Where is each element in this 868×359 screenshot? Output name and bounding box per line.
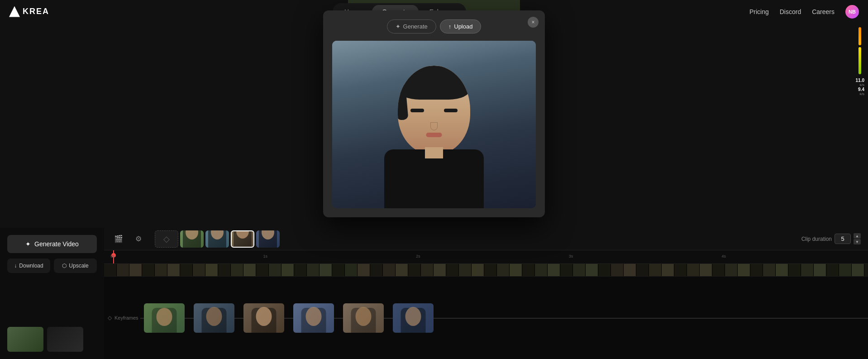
modal-tab-generate[interactable]: ✦ Generate bbox=[387, 19, 436, 34]
settings-icon: ⚙ bbox=[135, 235, 142, 243]
film-frame bbox=[548, 264, 560, 277]
thumbnail-preview-1[interactable] bbox=[7, 327, 43, 352]
film-frame bbox=[117, 264, 129, 277]
keyframe-strip: ◇ bbox=[151, 230, 796, 248]
film-frame bbox=[129, 264, 142, 277]
film-frame bbox=[193, 264, 205, 277]
thumbnail-previews bbox=[7, 327, 97, 352]
keyframe-2[interactable] bbox=[205, 230, 229, 248]
film-frame bbox=[472, 264, 484, 277]
keyframe-big-4[interactable] bbox=[293, 303, 334, 333]
clip-duration-label: Clip duration bbox=[801, 236, 832, 242]
film-frame bbox=[560, 264, 573, 277]
film-frame bbox=[446, 264, 459, 277]
keyframe-icon: ◇ bbox=[108, 315, 112, 321]
film-frame bbox=[725, 264, 738, 277]
generate-video-button[interactable]: ✦ Generate Video bbox=[7, 235, 97, 253]
film-frame bbox=[738, 264, 750, 277]
film-frame bbox=[155, 264, 167, 277]
download-icon: ↓ bbox=[14, 263, 17, 269]
upload-tab-icon: ↑ bbox=[448, 23, 452, 30]
time-mark-4: 4s bbox=[721, 254, 726, 258]
film-frame bbox=[281, 264, 294, 277]
timeline-scrubber[interactable]: 0s 1s 2s 3s 4s bbox=[104, 250, 868, 264]
film-frame bbox=[712, 264, 725, 277]
timeline-area: 🎬 ⚙ ◇ bbox=[104, 228, 868, 359]
clip-duration-stepper: ▲ ▼ bbox=[854, 233, 861, 244]
film-frame bbox=[370, 264, 383, 277]
film-frame bbox=[269, 264, 281, 277]
film-frame bbox=[332, 264, 345, 277]
film-frame bbox=[586, 264, 598, 277]
film-frame bbox=[218, 264, 231, 277]
keyframe-1[interactable] bbox=[180, 230, 204, 248]
film-frame bbox=[687, 264, 700, 277]
modal-close-button[interactable]: × bbox=[528, 17, 539, 28]
keyframes-label: Keyframes bbox=[114, 315, 138, 321]
clip-duration-increase[interactable]: ▲ bbox=[854, 233, 861, 239]
film-frame bbox=[535, 264, 548, 277]
film-frame bbox=[788, 264, 801, 277]
film-frame bbox=[231, 264, 243, 277]
upscale-button[interactable]: ⬡ Upscale bbox=[54, 258, 97, 273]
time-mark-3: 3s bbox=[569, 254, 573, 258]
clip-duration-decrease[interactable]: ▼ bbox=[854, 239, 861, 244]
film-frame bbox=[611, 264, 624, 277]
film-frame bbox=[167, 264, 180, 277]
keyframe-3-selected[interactable] bbox=[231, 230, 254, 248]
film-frame bbox=[776, 264, 788, 277]
download-button[interactable]: ↓ Download bbox=[7, 258, 50, 273]
keyframe-big-5[interactable] bbox=[343, 303, 384, 333]
film-frame bbox=[852, 264, 864, 277]
clip-duration-input[interactable] bbox=[835, 234, 851, 244]
action-buttons-row: ↓ Download ⬡ Upscale bbox=[7, 258, 97, 273]
film-strip: // This will be rendered by the populate… bbox=[104, 264, 868, 277]
film-frame bbox=[256, 264, 269, 277]
film-frame bbox=[408, 264, 421, 277]
time-mark-2: 2s bbox=[416, 254, 420, 258]
film-frame bbox=[484, 264, 497, 277]
film-frame bbox=[864, 264, 868, 277]
film-frame bbox=[662, 264, 674, 277]
keyframe-big-2[interactable] bbox=[194, 303, 234, 333]
film-frame bbox=[801, 264, 814, 277]
film-frame bbox=[320, 264, 332, 277]
film-view-button[interactable]: 🎬 bbox=[111, 232, 126, 246]
modal-tab-upload[interactable]: ↑ Upload bbox=[440, 19, 482, 34]
time-mark-0: 0s bbox=[110, 254, 115, 258]
film-frame bbox=[307, 264, 320, 277]
film-frame bbox=[497, 264, 510, 277]
settings-button[interactable]: ⚙ bbox=[131, 232, 146, 246]
portrait-face bbox=[332, 41, 536, 208]
film-frame bbox=[142, 264, 155, 277]
film-frame bbox=[358, 264, 370, 277]
film-frame bbox=[345, 264, 358, 277]
film-frame bbox=[421, 264, 434, 277]
film-frame bbox=[826, 264, 839, 277]
film-frame bbox=[104, 264, 117, 277]
keyframe-empty[interactable]: ◇ bbox=[155, 230, 178, 248]
keyframes-label-col: ◇ Keyframes bbox=[108, 315, 144, 321]
modal-tabs: ✦ Generate ↑ Upload bbox=[332, 19, 536, 34]
film-frame bbox=[434, 264, 446, 277]
film-frame bbox=[180, 264, 193, 277]
generate-icon: ✦ bbox=[25, 240, 31, 248]
thumbnail-preview-2[interactable] bbox=[47, 327, 83, 352]
film-frame bbox=[459, 264, 472, 277]
film-frame bbox=[396, 264, 408, 277]
film-frame bbox=[750, 264, 763, 277]
bottom-panel: ✦ Generate Video ↓ Download ⬡ Upscale 🎬 bbox=[0, 228, 868, 359]
film-frame bbox=[763, 264, 776, 277]
modal-overlay: × ✦ Generate ↑ Upload bbox=[0, 0, 868, 228]
upscale-icon: ⬡ bbox=[62, 263, 67, 269]
keyframe-4[interactable] bbox=[256, 230, 280, 248]
keyframe-big-3[interactable] bbox=[243, 303, 284, 333]
keyframe-big-1[interactable] bbox=[144, 303, 185, 333]
film-frame bbox=[674, 264, 687, 277]
film-frame bbox=[839, 264, 852, 277]
film-frame bbox=[573, 264, 586, 277]
film-frame bbox=[522, 264, 535, 277]
film-frame bbox=[649, 264, 662, 277]
clip-duration-control: Clip duration ▲ ▼ bbox=[801, 233, 861, 244]
keyframe-big-6[interactable] bbox=[393, 303, 434, 333]
